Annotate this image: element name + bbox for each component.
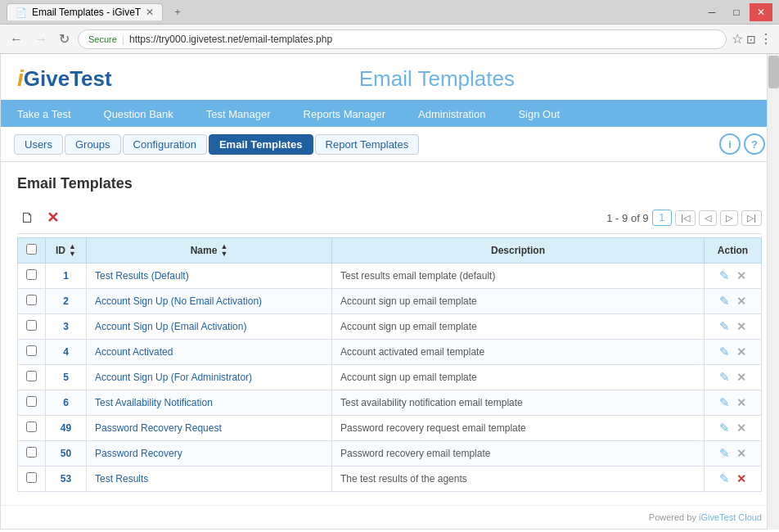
new-tab-button[interactable]: + <box>168 3 187 20</box>
nav-question-bank[interactable]: Question Bank <box>88 101 190 127</box>
cast-icon[interactable]: ⊡ <box>746 33 756 46</box>
id-cell: 50 <box>46 441 87 467</box>
template-name-link[interactable]: Account Sign Up (Email Activation) <box>95 321 246 332</box>
delete-button[interactable]: ✕ <box>736 447 746 460</box>
tab-configuration[interactable]: Configuration <box>123 134 207 155</box>
description-cell: Test availability notification email tem… <box>332 390 705 416</box>
email-templates-table: ID ▲▼ Name ▲▼ Description <box>17 237 762 492</box>
delete-button[interactable]: ✕ <box>736 295 746 308</box>
reload-button[interactable]: ↻ <box>56 29 73 48</box>
edit-button[interactable]: ✎ <box>719 294 730 308</box>
back-button[interactable]: ← <box>7 30 26 48</box>
page-header: i GiveTest Email Templates <box>1 54 778 101</box>
template-name-link[interactable]: Account Sign Up (For Administrator) <box>95 372 252 383</box>
nav-take-a-test[interactable]: Take a Test <box>1 101 88 127</box>
name-sort-arrows: ▲▼ <box>220 243 227 258</box>
template-name-link[interactable]: Password Recovery <box>95 448 182 459</box>
action-cell: ✎ ✕ <box>705 390 762 416</box>
scrollbar-thumb[interactable] <box>768 56 779 88</box>
address-right-icons: ☆ ⊡ ⋮ <box>732 31 772 47</box>
template-name-link[interactable]: Test Results (Default) <box>95 270 189 282</box>
close-button[interactable]: ✕ <box>750 3 772 21</box>
select-all-checkbox[interactable] <box>26 244 37 255</box>
bookmark-icon[interactable]: ☆ <box>732 31 743 47</box>
forward-button[interactable]: → <box>31 30 51 48</box>
maximize-button[interactable]: □ <box>725 3 748 21</box>
description-cell: Password recovery request email template <box>332 416 705 441</box>
delete-selected-button[interactable]: ✕ <box>43 207 62 228</box>
row-checkbox-2[interactable] <box>26 320 37 331</box>
next-page-button[interactable]: ▷ <box>720 210 738 226</box>
delete-button[interactable]: ✕ <box>736 472 746 485</box>
delete-button[interactable]: ✕ <box>736 320 746 333</box>
delete-button[interactable]: ✕ <box>736 422 746 435</box>
name-cell: Account Sign Up (Email Activation) <box>87 314 332 340</box>
delete-button[interactable]: ✕ <box>736 345 746 358</box>
footer-link[interactable]: iGiveTest Cloud <box>699 512 762 522</box>
name-column-header[interactable]: Name ▲▼ <box>87 238 332 264</box>
edit-button[interactable]: ✎ <box>719 395 730 409</box>
menu-icon[interactable]: ⋮ <box>759 31 772 47</box>
tab-groups[interactable]: Groups <box>65 134 121 155</box>
new-template-button[interactable]: 🗋 <box>17 208 38 228</box>
nav-sign-out[interactable]: Sign Out <box>502 101 576 127</box>
row-checkbox-3[interactable] <box>26 345 37 356</box>
tab-email-templates[interactable]: Email Templates <box>209 134 313 155</box>
table-body: 1Test Results (Default)Test results emai… <box>18 264 762 492</box>
description-label: Description <box>491 245 545 256</box>
prev-page-button[interactable]: ◁ <box>699 210 717 226</box>
edit-button[interactable]: ✎ <box>719 421 730 435</box>
edit-button[interactable]: ✎ <box>719 471 730 485</box>
url-text: https://try000.igivetest.net/email-templ… <box>129 34 332 45</box>
info-button[interactable]: i <box>719 133 741 155</box>
browser-tab[interactable]: 📄 Email Templates - iGiveT ✕ <box>7 3 163 20</box>
template-name-link[interactable]: Test Availability Notification <box>95 397 213 408</box>
secure-label: Secure <box>88 34 117 44</box>
edit-button[interactable]: ✎ <box>719 319 730 333</box>
description-cell: Account activated email template <box>332 340 705 365</box>
delete-button[interactable]: ✕ <box>736 396 746 409</box>
scrollbar[interactable] <box>767 54 779 530</box>
table-toolbar: 🗋 ✕ 1 - 9 of 9 1 |◁ ◁ ▷ ▷| <box>17 202 762 234</box>
edit-button[interactable]: ✎ <box>719 268 730 282</box>
action-cell: ✎ ✕ <box>705 416 762 441</box>
nav-reports-manager[interactable]: Reports Manager <box>287 101 402 127</box>
tab-report-templates[interactable]: Report Templates <box>315 134 420 155</box>
nav-test-manager[interactable]: Test Manager <box>190 101 287 127</box>
delete-button[interactable]: ✕ <box>736 371 746 384</box>
edit-button[interactable]: ✎ <box>719 345 730 358</box>
tab-close-button[interactable]: ✕ <box>146 7 154 18</box>
help-icon: ? <box>751 138 758 151</box>
name-cell: Account Activated <box>87 340 332 365</box>
help-button[interactable]: ? <box>744 133 765 155</box>
action-column-header: Action <box>705 238 762 264</box>
template-name-link[interactable]: Account Sign Up (No Email Activation) <box>95 295 262 307</box>
delete-icon: ✕ <box>47 210 59 226</box>
row-checkbox-7[interactable] <box>26 447 37 458</box>
page-content: i GiveTest Email Templates Take a Test Q… <box>0 54 779 530</box>
delete-button[interactable]: ✕ <box>736 269 746 282</box>
action-cell: ✎ ✕ <box>705 365 762 390</box>
template-name-link[interactable]: Password Recovery Request <box>95 422 222 434</box>
pagination: 1 - 9 of 9 1 |◁ ◁ ▷ ▷| <box>606 210 762 226</box>
row-checkbox-1[interactable] <box>26 295 37 305</box>
id-column-header[interactable]: ID ▲▼ <box>46 238 87 264</box>
action-cell: ✎ ✕ <box>705 340 762 365</box>
row-checkbox-0[interactable] <box>26 269 37 280</box>
select-all-header <box>18 238 46 264</box>
row-checkbox-4[interactable] <box>26 371 37 381</box>
address-input[interactable]: Secure | https://try000.igivetest.net/em… <box>78 29 727 49</box>
nav-administration[interactable]: Administration <box>402 101 502 127</box>
row-checkbox-8[interactable] <box>26 472 37 483</box>
template-name-link[interactable]: Account Activated <box>95 346 173 358</box>
tab-users[interactable]: Users <box>14 134 63 155</box>
edit-button[interactable]: ✎ <box>719 370 730 384</box>
template-name-link[interactable]: Test Results <box>95 473 148 485</box>
last-page-button[interactable]: ▷| <box>741 210 762 226</box>
edit-button[interactable]: ✎ <box>719 446 730 460</box>
row-checkbox-5[interactable] <box>26 396 37 407</box>
row-checkbox-6[interactable] <box>26 422 37 432</box>
id-cell: 53 <box>46 467 87 492</box>
first-page-button[interactable]: |◁ <box>675 210 696 226</box>
minimize-button[interactable]: ─ <box>700 3 723 21</box>
